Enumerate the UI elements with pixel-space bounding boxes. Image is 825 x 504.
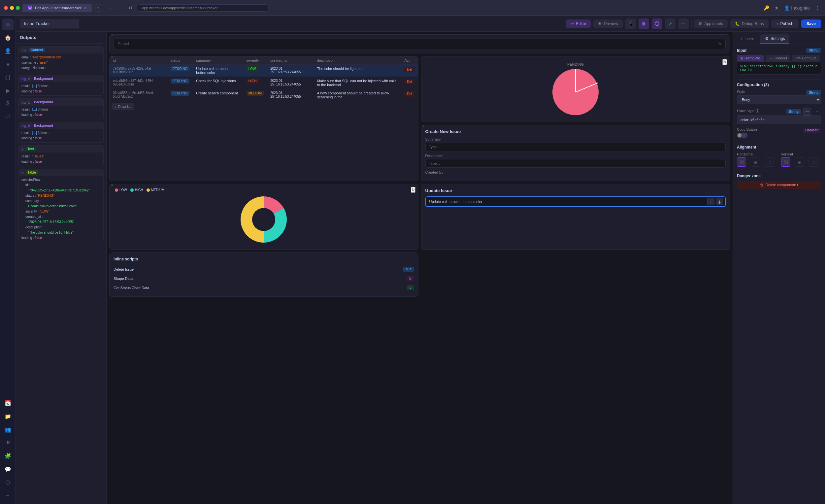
legend-low-dot — [115, 189, 118, 192]
edit-extra-style-button[interactable]: ✏ — [803, 107, 811, 116]
style-select[interactable]: Body — [737, 95, 821, 104]
bookmark-button[interactable]: ★ — [773, 4, 780, 12]
search-field[interactable]: Search... ↻ — [114, 39, 726, 49]
align-right-button[interactable]: ⬚ — [765, 157, 774, 167]
compute-button[interactable]: </> Compute — [792, 55, 820, 61]
arrow-right-icon-button[interactable]: → — [2, 490, 14, 501]
save-button[interactable]: Save — [801, 19, 821, 28]
table-row[interactable]: 07da0553-4e6e-4d56-8ded-5fd0f7d5c3c2 PEN… — [109, 89, 418, 101]
delete-row-button-1[interactable]: Del — [404, 67, 415, 72]
data-table-wrapper[interactable]: id status summary severity created_at de… — [109, 57, 418, 112]
extra-style-input[interactable] — [737, 116, 821, 124]
desktop-view-button[interactable]: 🖥 — [639, 18, 649, 29]
tab-close-icon[interactable]: × — [84, 6, 86, 10]
folder-icon-button[interactable]: 📁 — [2, 410, 14, 422]
profile-button[interactable]: 👤 Incognito — [783, 4, 811, 12]
reload-button[interactable]: ↺ — [127, 4, 134, 12]
main-wrapper: Outputs ctx Context email : "user@windmi… — [16, 32, 825, 504]
align-center-h-button[interactable]: ▣ — [751, 157, 760, 167]
template-button[interactable]: $() Template — [737, 55, 764, 61]
divider-2 — [737, 142, 821, 142]
align-top-button[interactable]: ⬛ — [781, 157, 791, 167]
forward-button[interactable]: → — [118, 4, 125, 12]
debug-runs-button[interactable]: 🐛 Debug Runs — [730, 19, 768, 28]
new-tab-button[interactable]: + — [94, 4, 102, 12]
code-icon-button[interactable]: { } — [2, 71, 14, 83]
expand-button[interactable]: ⤢ — [665, 18, 676, 29]
cell-action: Del — [401, 89, 418, 101]
update-ctrl-1[interactable]: + — [707, 198, 715, 205]
github-icon-button[interactable]: ⬡ — [2, 476, 14, 488]
right-panel: + Insert ⚙ Settings Input String $() Tem… — [733, 32, 825, 504]
legend-low-label: LOW — [120, 188, 127, 192]
extra-style-field: Extra Style ⓘ String ✏ → — [737, 107, 821, 124]
browser-actions: 🔑 ★ 👤 Incognito ⋮ — [762, 4, 821, 12]
chart-d-legend: LOW HIGH MEDIUM — [112, 187, 416, 193]
refresh-search-icon[interactable]: ↻ — [718, 42, 722, 46]
col-actions: Acti — [401, 57, 418, 65]
copy-button-label: Copy Button — [737, 127, 801, 131]
home-icon-button[interactable]: 🏠 — [2, 32, 14, 44]
users-icon-button[interactable]: 👥 — [2, 424, 14, 435]
table-row[interactable]: eaba8d96-e387-4d2d-8494-096e4143b8fa PEN… — [109, 77, 418, 89]
address-bar[interactable]: app.windmill.dev/apps/edit/u/user/issue-… — [137, 4, 269, 11]
app-inputs-button[interactable]: ⊞ App inputs — [694, 19, 728, 28]
settings-tab[interactable]: ⚙ Settings — [760, 34, 790, 44]
cell-created-at: 2023-01-25T16:13:53.244055 — [267, 65, 313, 77]
discord-icon-button[interactable]: 💬 — [2, 463, 14, 475]
preview-tab[interactable]: 👁 Preview — [593, 19, 623, 28]
table-row[interactable]: 794208f5-2735-428a-b4af-b071ff0a2962 PEN… — [109, 65, 418, 77]
copy-button-toggle[interactable] — [737, 133, 747, 138]
delete-row-button-3[interactable]: Del — [404, 91, 415, 97]
more-options-button[interactable]: ⋯ — [678, 18, 689, 29]
maximize-button[interactable] — [16, 6, 20, 10]
align-bottom-button[interactable]: ⬚ — [809, 157, 818, 167]
refresh-chart-c-button[interactable]: ↻ — [722, 59, 727, 65]
align-center-v-button[interactable]: ▣ — [795, 157, 804, 167]
severity-donut-chart — [237, 193, 290, 246]
publish-button[interactable]: ↑ Publish — [771, 19, 799, 28]
publish-icon: ↑ — [776, 21, 778, 26]
refresh-chart-d-button[interactable]: ↻ — [411, 187, 416, 193]
browser-chrome: W Edit App u/user/issue-tracker × + ← → … — [0, 0, 825, 16]
minimize-button[interactable] — [10, 6, 14, 10]
extra-style-label: Extra Style ⓘ — [737, 109, 784, 114]
template-code-input[interactable]: ${b?.selectedRow?.summary || '(Select a … — [737, 61, 821, 75]
windmill-logo-button[interactable]: ⚙ — [2, 18, 14, 30]
delete-row-button-2[interactable]: Del — [404, 79, 415, 84]
puzzle-icon-button[interactable]: 🧩 — [2, 450, 14, 462]
user-icon-button[interactable]: 👤 — [2, 45, 14, 57]
summary-input[interactable] — [425, 143, 726, 151]
dollar-icon-button[interactable]: $ — [2, 98, 14, 110]
close-button[interactable] — [4, 6, 8, 10]
star-icon-button[interactable]: ★ — [2, 58, 14, 70]
update-issue-input[interactable] — [425, 196, 726, 207]
bg1-content: result : [...] 8 items loading : false — [19, 105, 103, 119]
back-button[interactable]: ← — [107, 4, 115, 12]
browser-tab[interactable]: W Edit App u/user/issue-tracker × — [22, 4, 92, 12]
shield-icon-button[interactable]: 🛡 — [2, 111, 14, 123]
info-button[interactable]: ⓵ — [652, 18, 662, 29]
extra-style-help-icon[interactable]: ⓘ — [756, 109, 759, 114]
arrow-extra-style-button[interactable]: → — [813, 107, 821, 116]
connect-button[interactable]: → Connect — [766, 55, 791, 61]
input-header-row: Input String — [737, 48, 821, 53]
update-ctrl-2[interactable]: ⚓ — [716, 198, 723, 205]
menu-button[interactable]: ⋮ — [814, 4, 821, 12]
calendar-icon-button[interactable]: 📅 — [2, 397, 14, 409]
align-left-button[interactable]: ⬛ — [737, 157, 746, 167]
cell-status: PENDING — [167, 89, 193, 101]
app-name-input[interactable] — [20, 19, 79, 28]
mobile-view-button[interactable]: 📱 — [625, 18, 636, 29]
download-button[interactable]: ↓ Downl... — [111, 103, 134, 110]
output-group-a: a Text result : "Issues" loading : false — [18, 145, 103, 166]
eye-icon-button[interactable]: 👁 — [2, 437, 14, 448]
editor-tab[interactable]: ✏ Editor — [566, 19, 591, 28]
delete-component-button[interactable]: 🗑 Delete component: t — [737, 181, 821, 189]
play-icon-button[interactable]: ▶ — [2, 84, 14, 96]
description-input[interactable] — [425, 159, 726, 168]
extensions-button[interactable]: 🔑 — [762, 4, 770, 12]
insert-tab[interactable]: + Insert — [736, 34, 759, 44]
a-header: a Text — [19, 146, 103, 152]
donut-chart-wrapper — [112, 193, 416, 246]
